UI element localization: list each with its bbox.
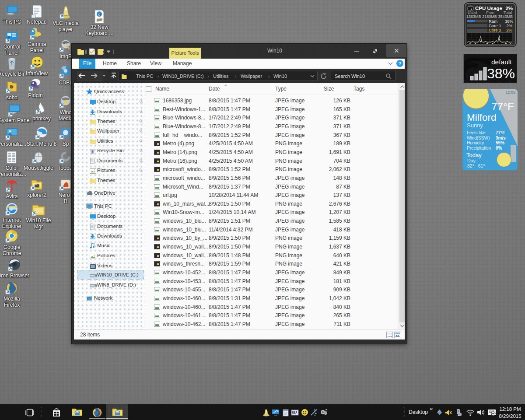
svg-text:e: e (98, 11, 101, 17)
svg-text:x2: x2 (35, 183, 39, 188)
svg-text:pdf: pdf (97, 18, 102, 21)
